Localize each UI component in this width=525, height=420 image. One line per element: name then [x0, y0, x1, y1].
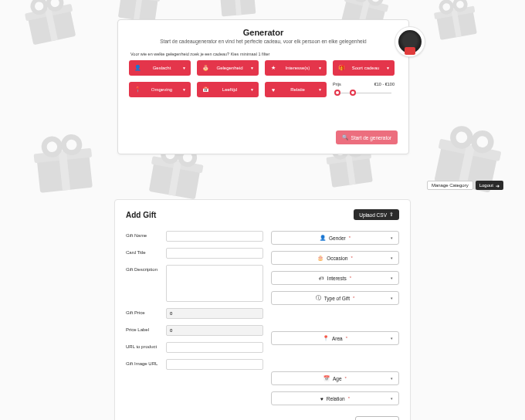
star-icon: ★ [269, 65, 277, 71]
filter-area[interactable]: 📍 Omgeving ▼ [129, 82, 191, 97]
save-gift-button[interactable]: 💾 Save Gift [355, 416, 399, 420]
chevron-down-icon: ▾ [391, 296, 393, 300]
chevron-down-icon: ▾ [391, 396, 393, 401]
calendar-icon: 📅 [323, 375, 330, 381]
dd-interests[interactable]: 🏷 Interests* ▾ [271, 271, 399, 285]
chevron-down-icon: ▼ [182, 87, 186, 92]
search-icon: 🔍 [342, 134, 348, 141]
gift-description-input[interactable] [166, 265, 263, 302]
filter-gifttype[interactable]: 🎁 Soort cadeau ▼ [333, 60, 395, 76]
cake-icon: 🎂 [202, 65, 209, 71]
info-icon: ⓘ [316, 295, 321, 302]
filter-relation[interactable]: ♥ Relatie ▼ [265, 82, 327, 97]
chevron-down-icon: ▼ [250, 66, 254, 70]
person-icon: 👤 [134, 65, 141, 71]
price-label-input[interactable] [166, 325, 263, 336]
generator-title: Generator [129, 28, 398, 37]
generator-subtitle: Start de cadeaugenerator en vind het per… [129, 39, 398, 44]
dd-occasion[interactable]: 🎂 Occasion* ▾ [271, 251, 399, 265]
chevron-down-icon: ▾ [391, 276, 393, 280]
dd-gifttype[interactable]: ⓘ Type of Gift* ▾ [271, 291, 399, 305]
gift-price-input[interactable] [166, 308, 263, 319]
add-gift-card: Add Gift Uplaod CSV ⇪ Gift Name Card Tit… [114, 199, 411, 420]
chevron-down-icon: ▼ [386, 66, 390, 70]
chevron-down-icon: ▼ [318, 87, 322, 92]
logout-icon: ➜ [496, 183, 500, 188]
price-label: Prijs [333, 82, 341, 86]
price-filter: Prijs €10 - €100 [333, 82, 395, 97]
mascot-avatar [395, 26, 425, 57]
slider-thumb-min[interactable] [334, 90, 340, 96]
upload-csv-button[interactable]: Uplaod CSV ⇪ [354, 209, 399, 220]
form-left-column: Gift Name Card Title Gift Description Gi… [126, 231, 263, 405]
dd-relation[interactable]: ♥ Relation* ▾ [271, 391, 399, 405]
form-right-column: 👤 Gender* ▾ 🎂 Occasion* ▾ 🏷 Interests* ▾… [271, 231, 399, 405]
gift-name-input[interactable] [166, 231, 263, 242]
action-bar: Manage Category Logout ➜ [427, 181, 503, 190]
logout-button[interactable]: Logout ➜ [476, 181, 503, 190]
filter-occasion[interactable]: 🎂 Gelegenheid ▼ [197, 60, 259, 76]
label-card-title: Card Title [126, 248, 166, 255]
card-title-input[interactable] [166, 248, 263, 259]
product-url-input[interactable] [166, 342, 263, 353]
filter-interests[interactable]: ★ Interesse(s) ▼ [265, 60, 327, 76]
chevron-down-icon: ▾ [391, 376, 393, 381]
chevron-down-icon: ▼ [182, 66, 186, 70]
manage-category-button[interactable]: Manage Category [427, 181, 473, 190]
gift-icon: 🎁 [337, 65, 345, 71]
label-gift-name: Gift Name [126, 231, 166, 238]
pin-icon: 📍 [134, 86, 141, 93]
label-image-url: Gift Image URL [126, 359, 166, 366]
dd-gender[interactable]: 👤 Gender* ▾ [271, 231, 399, 245]
pin-icon: 📍 [323, 335, 329, 341]
slider-thumb-max[interactable] [350, 90, 356, 96]
chevron-down-icon: ▾ [391, 256, 393, 260]
calendar-icon: 📅 [202, 86, 209, 93]
heart-icon: ♥ [269, 87, 277, 93]
label-url: URL to product [126, 342, 166, 349]
chevron-down-icon: ▼ [318, 66, 322, 70]
price-range: €10 - €100 [374, 82, 395, 86]
page-title: Add Gift [126, 211, 156, 219]
tag-icon: 🏷 [319, 276, 324, 281]
chevron-down-icon: ▼ [250, 87, 254, 92]
chevron-down-icon: ▾ [391, 235, 393, 240]
label-gift-description: Gift Description [126, 265, 166, 272]
filter-age[interactable]: 📅 Leeftijd ▼ [197, 82, 259, 97]
chevron-down-icon: ▾ [391, 336, 393, 340]
upload-icon: ⇪ [389, 212, 394, 218]
dd-age[interactable]: 📅 Age* ▾ [271, 371, 399, 385]
cake-icon: 🎂 [317, 255, 323, 261]
label-price-label: Price Label [126, 325, 166, 332]
label-gift-price: Gift Price [126, 308, 166, 315]
filter-gender[interactable]: 👤 Geslacht ▼ [129, 60, 191, 76]
person-icon: 👤 [320, 235, 326, 241]
generator-hint: Voor wie en welke gelegenheid zoek je ee… [130, 52, 398, 56]
heart-icon: ♥ [320, 396, 323, 401]
dd-area[interactable]: 📍 Area* ▾ [271, 331, 399, 345]
start-generator-button[interactable]: 🔍 Start de generator [336, 130, 398, 144]
generator-panel: Generator Start de cadeaugenerator en vi… [117, 19, 409, 154]
price-slider[interactable] [333, 90, 395, 97]
image-url-input[interactable] [166, 359, 263, 370]
